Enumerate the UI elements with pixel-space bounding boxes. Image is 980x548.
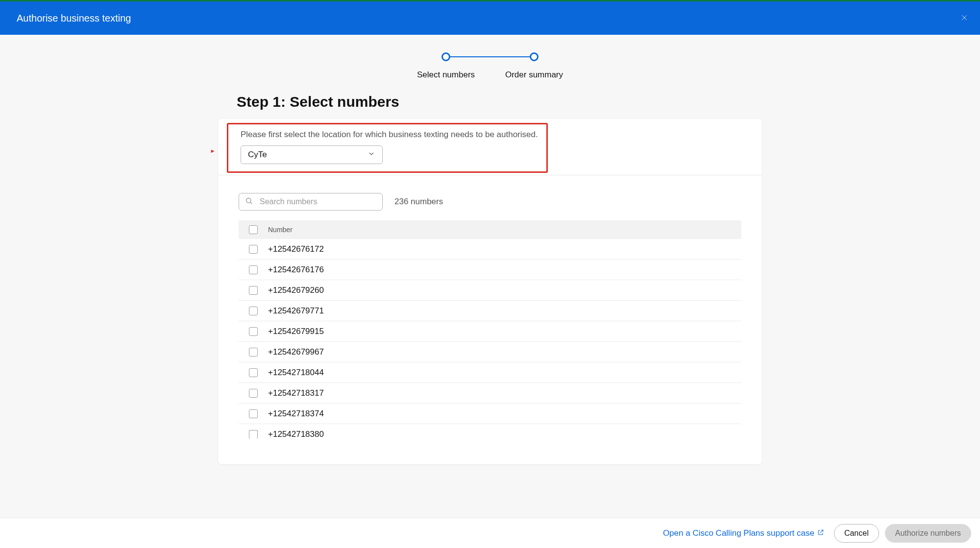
search-icon [245,197,260,207]
table-row[interactable]: +12542679967 [239,342,741,362]
table-row[interactable]: +12542676176 [239,260,741,280]
step-order-summary: Order summary [490,52,578,80]
row-checkbox[interactable] [249,409,258,418]
search-row: 236 numbers [218,175,762,220]
table-row[interactable]: +12542679260 [239,280,741,301]
location-section: ▸ Please first select the location for w… [218,119,762,175]
phone-number: +12542718044 [268,368,324,378]
wizard-container: Step 1: Select numbers ▸ Please first se… [218,94,762,464]
results-count: 236 numbers [394,197,443,207]
row-checkbox[interactable] [249,265,258,274]
row-checkbox[interactable] [249,368,258,377]
step-indicator-icon [441,52,450,61]
row-checkbox[interactable] [249,348,258,357]
close-button[interactable] [959,13,969,23]
step-label: Order summary [505,70,563,80]
close-icon [960,13,968,24]
chevron-down-icon [368,150,375,160]
modal-footer: Open a Cisco Calling Plans support case … [0,518,980,548]
phone-number: +12542679915 [268,327,324,336]
table-row[interactable]: +12542718380 [239,424,741,445]
content-card: ▸ Please first select the location for w… [218,119,762,464]
progress-stepper: Select numbers Order summary [0,35,980,94]
phone-number: +12542718317 [268,388,324,398]
support-link[interactable]: Open a Cisco Calling Plans support case [663,528,824,538]
phone-number: +12542676176 [268,265,324,275]
numbers-table: Number +12542676172 +12542676176 +125426… [218,220,762,464]
phone-number: +12542718380 [268,429,324,439]
row-checkbox[interactable] [249,245,258,254]
table-row[interactable]: +12542679915 [239,321,741,342]
column-header-number: Number [268,226,293,234]
row-checkbox[interactable] [249,286,258,295]
authorize-button[interactable]: Authorize numbers [885,524,971,543]
table-row[interactable]: +12542718317 [239,383,741,404]
modal-title: Authorise business texting [17,13,131,24]
table-row[interactable]: +12542679771 [239,301,741,321]
phone-number: +12542679260 [268,286,324,295]
table-row[interactable]: +12542718044 [239,362,741,383]
select-all-checkbox[interactable] [249,225,258,234]
modal-header: Authorise business texting [0,1,980,35]
step-indicator-icon [530,52,539,61]
cancel-button[interactable]: Cancel [834,524,879,543]
phone-number: +12542718374 [268,409,324,419]
search-input[interactable] [260,197,376,206]
table-row[interactable]: +12542718374 [239,404,741,424]
location-select[interactable]: CyTe [241,145,383,164]
location-instruction: Please first select the location for whi… [241,130,744,140]
table-row[interactable]: +12542676172 [239,239,741,260]
row-checkbox[interactable] [249,307,258,315]
support-link-label: Open a Cisco Calling Plans support case [663,528,814,538]
cancel-button-label: Cancel [844,529,869,538]
highlight-marker: ▸ [211,147,214,154]
search-input-wrapper[interactable] [239,193,383,211]
phone-number: +12542679967 [268,347,324,357]
step-title: Step 1: Select numbers [237,94,762,110]
phone-number: +12542679771 [268,306,324,316]
authorize-button-label: Authorize numbers [895,529,961,538]
svg-point-2 [246,198,251,203]
step-label: Select numbers [417,70,475,80]
row-checkbox[interactable] [249,430,258,439]
row-checkbox[interactable] [249,389,258,398]
external-link-icon [817,528,824,538]
row-checkbox[interactable] [249,327,258,336]
phone-number: +12542676172 [268,244,324,254]
table-header: Number [239,220,741,239]
svg-line-3 [250,202,252,204]
select-all-cell [239,225,268,234]
step-select-numbers: Select numbers [402,52,490,80]
location-select-value: CyTe [248,150,267,160]
